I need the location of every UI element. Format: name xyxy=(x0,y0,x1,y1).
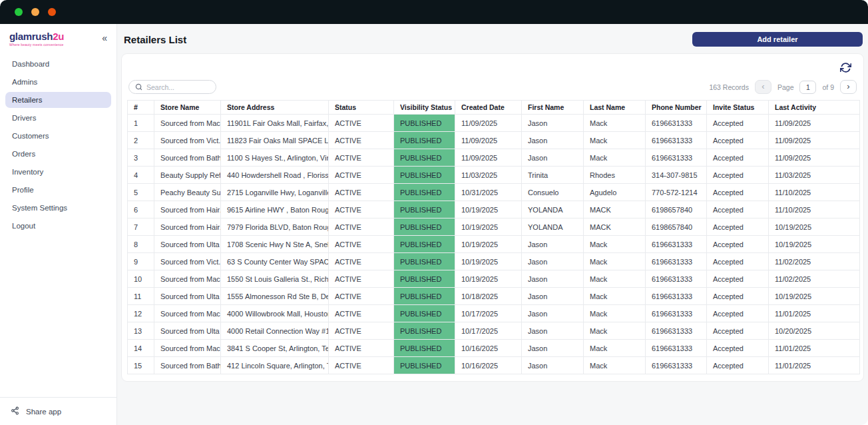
table-row[interactable]: 6Sourced from Hair...9615 Airline HWY , … xyxy=(128,201,860,218)
sidebar-nav: DashboardAdminsRetailersDriversCustomers… xyxy=(0,49,116,398)
invite-status-cell: Accepted xyxy=(707,357,769,374)
window-dot-green[interactable] xyxy=(15,8,23,16)
sidebar-collapse-icon[interactable]: « xyxy=(102,31,107,43)
sidebar-item-dashboard[interactable]: Dashboard xyxy=(5,56,111,72)
first-name-cell: Trinita xyxy=(522,167,584,184)
last-name-cell: Mack xyxy=(584,357,646,374)
created-date-cell: 10/16/2025 xyxy=(455,357,522,374)
sidebar-item-customers[interactable]: Customers xyxy=(5,128,111,144)
store-address-cell: 4000 Willowbrook Mall, Houston , ... xyxy=(221,305,329,322)
phone-number-cell: 6196631333 xyxy=(646,253,707,270)
table-row[interactable]: 7Sourced from Hair...7979 Florida BLVD, … xyxy=(128,218,860,236)
table-row[interactable]: 8Sourced from Ulta ...1708 Scenic Hwy N … xyxy=(128,236,860,253)
first-name-cell: Jason xyxy=(522,270,584,288)
column-header-store-name: Store Name xyxy=(154,101,221,115)
phone-number-cell: 6196631333 xyxy=(646,305,707,322)
last-name-cell: Mack xyxy=(584,305,646,322)
first-name-cell: Jason xyxy=(522,322,584,340)
sidebar-item-admins[interactable]: Admins xyxy=(5,74,111,90)
invite-status-cell: Accepted xyxy=(707,218,769,236)
share-app-button[interactable]: Share app xyxy=(0,397,116,425)
sidebar-item-inventory[interactable]: Inventory xyxy=(5,164,111,180)
table-row[interactable]: 13Sourced from Ulta ...4000 Retail Conne… xyxy=(128,322,860,340)
search-input[interactable] xyxy=(146,83,210,91)
visibility-status-cell: PUBLISHED xyxy=(394,236,455,253)
column-header-last-activity: Last Activity xyxy=(769,101,860,115)
prev-page-button[interactable]: ‹ xyxy=(755,80,771,94)
created-date-cell: 10/18/2025 xyxy=(455,288,522,305)
table-row[interactable]: 4Beauty Supply Ref...440 Howdershell Roa… xyxy=(128,167,860,184)
next-page-button[interactable]: › xyxy=(840,80,857,94)
invite-status-cell: Accepted xyxy=(707,115,769,132)
refresh-icon[interactable] xyxy=(840,62,851,76)
table-row[interactable]: 11Sourced from Ulta ...1555 Almonesson R… xyxy=(128,288,860,305)
store-name-cell: Sourced from Mac... xyxy=(154,115,221,132)
app-window: glamrush2u Where beauty meets convenienc… xyxy=(0,0,868,425)
index-cell: 8 xyxy=(128,236,154,253)
sidebar-item-logout[interactable]: Logout xyxy=(5,218,111,234)
column-header-invite-status: Invite Status xyxy=(707,101,769,115)
table-row[interactable]: 9Sourced from Vict...63 S County Center … xyxy=(128,253,860,270)
column-header-index: # xyxy=(128,101,154,115)
table-row[interactable]: 15Sourced from Bath...412 Lincoln Square… xyxy=(128,357,860,374)
table-row[interactable]: 14Sourced from Mac...3841 S Cooper St, A… xyxy=(128,340,860,357)
store-name-cell: Sourced from Mac... xyxy=(154,270,221,288)
last-name-cell: Mack xyxy=(584,322,646,340)
page-of-label: of 9 xyxy=(822,83,834,91)
index-cell: 7 xyxy=(128,218,154,236)
index-cell: 2 xyxy=(128,132,154,149)
table-row[interactable]: 1Sourced from Mac...11901L Fair Oaks Mal… xyxy=(128,115,860,132)
window-dot-yellow[interactable] xyxy=(31,8,39,16)
window-titlebar xyxy=(0,0,868,24)
last-name-cell: Mack xyxy=(584,149,646,167)
created-date-cell: 11/09/2025 xyxy=(455,149,522,167)
table-row[interactable]: 3Sourced from Bath...1100 S Hayes St., A… xyxy=(128,149,860,167)
sidebar-item-system-settings[interactable]: System Settings xyxy=(5,200,111,216)
table-row[interactable]: 2Sourced from Vict...11823 Fair Oaks Mal… xyxy=(128,132,860,149)
visibility-status-cell: PUBLISHED xyxy=(394,357,455,374)
created-date-cell: 10/31/2025 xyxy=(455,184,522,201)
table-row[interactable]: 5Peachy Beauty Su...2715 Loganville Hwy,… xyxy=(128,184,860,201)
brand-logo: glamrush2u Where beauty meets convenienc… xyxy=(9,31,64,47)
status-cell: ACTIVE xyxy=(329,357,394,374)
created-date-cell: 10/19/2025 xyxy=(455,218,522,236)
store-name-cell: Sourced from Bath... xyxy=(154,357,221,374)
store-address-cell: 1100 S Hayes St., Arlington, Virgini... xyxy=(221,149,329,167)
phone-number-cell: 6196631333 xyxy=(646,115,707,132)
phone-number-cell: 6196631333 xyxy=(646,340,707,357)
index-cell: 10 xyxy=(128,270,154,288)
sidebar-item-drivers[interactable]: Drivers xyxy=(5,110,111,126)
store-name-cell: Sourced from Bath... xyxy=(154,149,221,167)
sidebar: glamrush2u Where beauty meets convenienc… xyxy=(0,24,117,425)
first-name-cell: Jason xyxy=(522,357,584,374)
sidebar-item-retailers[interactable]: Retailers xyxy=(5,92,111,108)
search-box[interactable] xyxy=(128,80,216,94)
phone-number-cell: 314-307-9815 xyxy=(646,167,707,184)
index-cell: 15 xyxy=(128,357,154,374)
brand-primary: glamrush xyxy=(9,31,53,42)
visibility-status-cell: PUBLISHED xyxy=(394,322,455,340)
store-address-cell: 63 S County Center Way SPACE 63... xyxy=(221,253,329,270)
sidebar-item-orders[interactable]: Orders xyxy=(5,146,111,162)
invite-status-cell: Accepted xyxy=(707,340,769,357)
store-name-cell: Sourced from Hair... xyxy=(154,218,221,236)
store-name-cell: Sourced from Vict... xyxy=(154,253,221,270)
window-dot-red[interactable] xyxy=(48,8,56,16)
index-cell: 6 xyxy=(128,201,154,218)
invite-status-cell: Accepted xyxy=(707,270,769,288)
table-row[interactable]: 10Sourced from Mac...1550 St Louis Galle… xyxy=(128,270,860,288)
page-number-input[interactable] xyxy=(799,81,816,94)
index-cell: 5 xyxy=(128,184,154,201)
store-name-cell: Sourced from Vict... xyxy=(154,132,221,149)
phone-number-cell: 6196631333 xyxy=(646,132,707,149)
last-activity-cell: 10/19/2025 xyxy=(769,236,860,253)
status-cell: ACTIVE xyxy=(329,288,394,305)
records-count: 163 Records xyxy=(709,83,749,91)
invite-status-cell: Accepted xyxy=(707,322,769,340)
store-address-cell: 1555 Almonesson Rd Ste B, Deptfo... xyxy=(221,288,329,305)
table-row[interactable]: 12Sourced from Mac...4000 Willowbrook Ma… xyxy=(128,305,860,322)
add-retailer-button[interactable]: Add retailer xyxy=(692,32,863,47)
store-name-cell: Sourced from Hair... xyxy=(154,201,221,218)
sidebar-item-profile[interactable]: Profile xyxy=(5,182,111,198)
visibility-status-cell: PUBLISHED xyxy=(394,340,455,357)
